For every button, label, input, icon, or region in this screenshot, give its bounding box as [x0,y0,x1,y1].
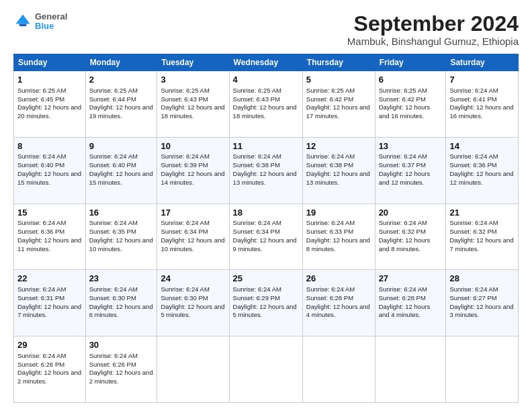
sunrise-text: Sunrise: 6:25 AM [17,87,66,94]
daylight-text: Daylight: 12 hours and 8 minutes. [306,236,370,253]
day-number: 25 [233,273,299,285]
table-row: 12Sunrise: 6:24 AMSunset: 6:38 PMDayligh… [302,137,375,203]
sunset-text: Sunset: 6:31 PM [17,294,64,302]
day-number: 9 [89,140,154,152]
calendar-week-row: 15Sunrise: 6:24 AMSunset: 6:36 PMDayligh… [14,203,519,270]
daylight-text: Daylight: 12 hours and 17 minutes. [306,103,370,120]
day-number: 7 [449,74,515,86]
logo-text: General Blue [35,12,67,32]
sunset-text: Sunset: 6:27 PM [449,294,496,302]
daylight-text: Daylight: 12 hours and 15 minutes. [17,170,81,186]
daylight-text: Daylight: 12 hours and 2 minutes. [89,369,153,385]
daylight-text: Daylight: 12 hours and 5 minutes. [233,303,297,319]
sunrise-text: Sunrise: 6:24 AM [233,285,281,293]
sunrise-text: Sunrise: 6:24 AM [306,285,355,293]
daylight-text: Daylight: 12 hours and 6 minutes. [89,303,153,319]
day-number: 3 [161,74,225,86]
sunset-text: Sunset: 6:39 PM [161,161,208,169]
table-row: 5Sunrise: 6:25 AMSunset: 6:42 PMDaylight… [302,71,375,138]
daylight-text: Daylight: 12 hours and 15 minutes. [89,170,153,186]
sunrise-text: Sunrise: 6:24 AM [379,285,427,293]
table-row: 4Sunrise: 6:25 AMSunset: 6:43 PMDaylight… [229,71,302,138]
sunrise-text: Sunrise: 6:25 AM [161,87,209,94]
table-row: 8Sunrise: 6:24 AMSunset: 6:40 PMDaylight… [14,137,86,203]
sunrise-text: Sunrise: 6:25 AM [233,87,281,94]
table-row: 17Sunrise: 6:24 AMSunset: 6:34 PMDayligh… [157,203,229,270]
sunrise-text: Sunrise: 6:24 AM [306,219,355,226]
table-row: 15Sunrise: 6:24 AMSunset: 6:36 PMDayligh… [14,203,86,270]
sunset-text: Sunset: 6:41 PM [449,95,496,103]
daylight-text: Daylight: 12 hours and 18 minutes. [161,103,224,120]
sunrise-text: Sunrise: 6:24 AM [17,285,66,293]
sunrise-text: Sunrise: 6:24 AM [449,87,498,94]
daylight-text: Daylight: 12 hours and 16 minutes. [379,103,431,120]
sunset-text: Sunset: 6:38 PM [306,161,353,169]
daylight-text: Daylight: 12 hours and 2 minutes. [17,369,81,385]
daylight-text: Daylight: 12 hours and 16 minutes. [449,103,513,120]
table-row: 10Sunrise: 6:24 AMSunset: 6:39 PMDayligh… [157,137,229,203]
calendar-header-row: Sunday Monday Tuesday Wednesday Thursday… [14,54,519,71]
sunrise-text: Sunrise: 6:24 AM [17,352,66,359]
col-wednesday: Wednesday [229,54,302,71]
sunset-text: Sunset: 6:29 PM [233,294,280,302]
sunrise-text: Sunrise: 6:24 AM [161,285,209,293]
sunset-text: Sunset: 6:33 PM [306,228,353,235]
table-row: 18Sunrise: 6:24 AMSunset: 6:34 PMDayligh… [229,203,302,270]
day-number: 26 [306,273,371,285]
sunset-text: Sunset: 6:45 PM [17,95,64,103]
col-friday: Friday [375,54,446,71]
sunrise-text: Sunrise: 6:25 AM [89,87,138,94]
calendar-week-row: 8Sunrise: 6:24 AMSunset: 6:40 PMDaylight… [14,137,519,203]
table-row: 1Sunrise: 6:25 AMSunset: 6:45 PMDaylight… [14,71,86,138]
table-row: 11Sunrise: 6:24 AMSunset: 6:38 PMDayligh… [229,137,302,203]
table-row: 19Sunrise: 6:24 AMSunset: 6:33 PMDayligh… [302,203,375,270]
day-number: 16 [89,207,154,219]
table-row: 21Sunrise: 6:24 AMSunset: 6:32 PMDayligh… [446,203,519,270]
sunset-text: Sunset: 6:26 PM [89,361,136,368]
day-number: 20 [379,207,443,219]
daylight-text: Daylight: 12 hours and 18 minutes. [233,103,297,120]
day-number: 24 [161,273,225,285]
day-number: 22 [17,273,82,285]
day-number: 6 [379,74,443,86]
col-monday: Monday [85,54,157,71]
calendar-week-row: 29Sunrise: 6:24 AMSunset: 6:26 PMDayligh… [14,336,519,403]
day-number: 27 [379,273,443,285]
day-number: 5 [306,74,371,86]
daylight-text: Daylight: 12 hours and 12 minutes. [449,170,513,186]
sunset-text: Sunset: 6:32 PM [449,228,496,235]
sunrise-text: Sunrise: 6:24 AM [161,219,209,226]
table-row: 30Sunrise: 6:24 AMSunset: 6:26 PMDayligh… [85,336,157,403]
sunrise-text: Sunrise: 6:24 AM [17,219,66,226]
sunset-text: Sunset: 6:36 PM [17,228,64,235]
table-row [229,336,302,403]
calendar-title: September 2024 [347,12,519,36]
sunrise-text: Sunrise: 6:24 AM [379,152,427,160]
daylight-text: Daylight: 12 hours and 13 minutes. [233,170,297,186]
col-saturday: Saturday [446,54,519,71]
daylight-text: Daylight: 12 hours and 7 minutes. [449,236,513,253]
logo-icon [13,12,32,31]
day-number: 11 [233,140,299,152]
title-block: September 2024 Mambuk, Binshangul Gumuz,… [347,12,519,47]
daylight-text: Daylight: 12 hours and 20 minutes. [17,103,81,120]
day-number: 10 [161,140,225,152]
table-row: 9Sunrise: 6:24 AMSunset: 6:40 PMDaylight… [85,137,157,203]
day-number: 18 [233,207,299,219]
daylight-text: Daylight: 12 hours and 11 minutes. [17,236,81,253]
sunset-text: Sunset: 6:43 PM [161,95,208,103]
day-number: 17 [161,207,225,219]
sunrise-text: Sunrise: 6:24 AM [89,152,138,160]
sunset-text: Sunset: 6:26 PM [17,361,64,368]
table-row: 28Sunrise: 6:24 AMSunset: 6:27 PMDayligh… [446,270,519,336]
day-number: 21 [449,207,515,219]
header: General Blue September 2024 Mambuk, Bins… [13,12,519,47]
sunrise-text: Sunrise: 6:24 AM [449,219,498,226]
table-row: 6Sunrise: 6:25 AMSunset: 6:42 PMDaylight… [375,71,446,138]
daylight-text: Daylight: 12 hours and 4 minutes. [379,303,431,319]
daylight-text: Daylight: 12 hours and 3 minutes. [449,303,513,319]
sunset-text: Sunset: 6:28 PM [306,294,353,302]
sunrise-text: Sunrise: 6:24 AM [17,152,66,160]
sunset-text: Sunset: 6:28 PM [379,294,426,302]
sunset-text: Sunset: 6:36 PM [449,161,496,169]
